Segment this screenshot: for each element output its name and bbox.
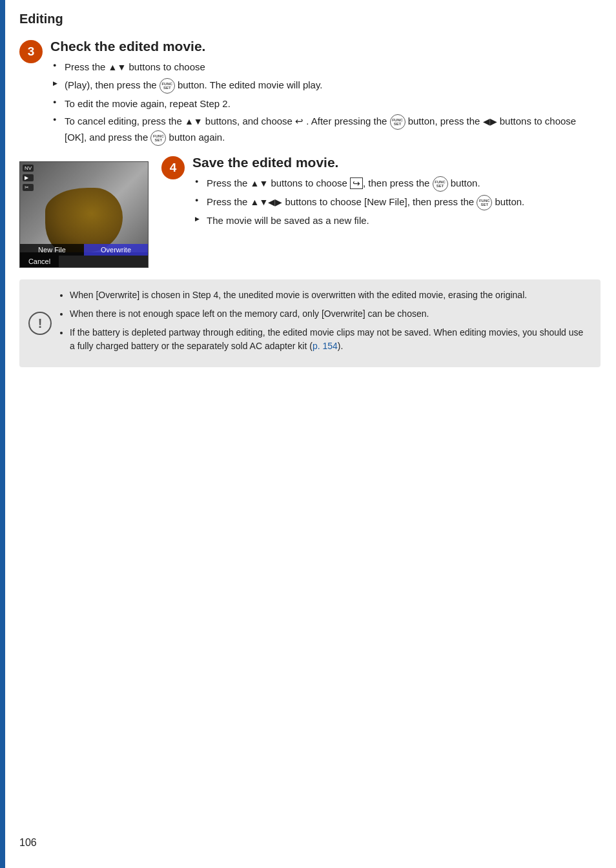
screen-row2: Cancel (20, 256, 148, 267)
new-file-icon: ↪ (350, 177, 363, 189)
step4-heading: Save the edited movie. (192, 155, 601, 170)
screen-row1: New File Overwrite (20, 244, 148, 256)
label-overwrite: Overwrite (84, 244, 148, 256)
func-set-icon3: FUNCSET (150, 130, 166, 146)
step4-number: 4 (161, 156, 185, 179)
func-set-icon: FUNCSET (159, 78, 175, 94)
step4-bullet-2: Press the ▲▼◀▶ buttons to choose [New Fi… (192, 194, 601, 210)
arrow-ud-icon: ▲▼ (108, 62, 127, 72)
main-content: 3 Check the edited movie. Press the ▲▼ b… (19, 39, 601, 367)
step4-bullet-3: The movie will be saved as a new file. (192, 213, 601, 228)
step4-text-area: 4 Save the edited movie. Press the ▲▼ bu… (161, 155, 601, 237)
label-new-file: New File (20, 244, 84, 256)
page-link[interactable]: p. 154 (313, 341, 338, 351)
note-box: ! When [Overwrite] is chosen in Step 4, … (19, 279, 601, 367)
page-title: Editing (19, 12, 63, 26)
step3-heading: Check the edited movie. (50, 39, 601, 54)
icon-box-3: ✂ (23, 184, 34, 191)
step3-bullet-1: Press the ▲▼ buttons to choose (50, 59, 601, 75)
return-icon: ↩ (295, 116, 303, 126)
page-number: 106 (19, 837, 37, 849)
step3-bullet-3: To edit the movie again, repeat Step 2. (50, 96, 601, 111)
dog-image: NV ▶ ✂ (20, 162, 148, 252)
note-item-2: When there is not enough space left on t… (70, 307, 590, 321)
step4-bullet-list: Press the ▲▼ buttons to choose ↪, then p… (192, 176, 601, 228)
func-set-icon4: FUNCSET (433, 176, 448, 192)
step3-body: Check the edited movie. Press the ▲▼ but… (50, 39, 601, 148)
notes-list: When [Overwrite] is chosen in Step 4, th… (58, 288, 590, 353)
step3-number: 3 (19, 40, 43, 63)
step4-body: Save the edited movie. Press the ▲▼ butt… (192, 155, 601, 230)
step3-bullet-list: Press the ▲▼ buttons to choose (Play), t… (50, 59, 601, 146)
step3-bullet-2: (Play), then press the FUNCSET button. T… (50, 77, 601, 94)
camera-screen: NV ▶ ✂ New File Overwrite Cancel (19, 161, 149, 268)
screen-icons: NV ▶ ✂ (23, 165, 34, 191)
step4-with-image: NV ▶ ✂ New File Overwrite Cancel 4 (19, 155, 601, 268)
step3-bullet-4: To cancel editing, press the ▲▼ buttons,… (50, 114, 601, 146)
note-item-3: If the battery is depleted partway throu… (70, 326, 590, 353)
arrow-udlr-icon: ▲▼◀▶ (251, 197, 283, 207)
icon-box-2: ▶ (23, 174, 34, 181)
warning-icon: ! (28, 312, 52, 335)
arrow-lr-icon: ◀▶ (483, 116, 497, 126)
arrow-ud-icon2: ▲▼ (185, 116, 203, 126)
func-set-icon5: FUNCSET (477, 195, 492, 210)
func-set-icon2: FUNCSET (390, 114, 406, 130)
sidebar-bar (0, 0, 5, 868)
label-cancel: Cancel (20, 256, 59, 267)
icon-box-1: NV (23, 165, 34, 172)
step4-block: 4 Save the edited movie. Press the ▲▼ bu… (161, 155, 601, 230)
step3-block: 3 Check the edited movie. Press the ▲▼ b… (19, 39, 601, 148)
arrow-ud-icon3: ▲▼ (251, 178, 269, 188)
screen-bottom: New File Overwrite Cancel (20, 244, 148, 267)
note-item-1: When [Overwrite] is chosen in Step 4, th… (70, 288, 590, 302)
step4-bullet-1: Press the ▲▼ buttons to choose ↪, then p… (192, 176, 601, 192)
